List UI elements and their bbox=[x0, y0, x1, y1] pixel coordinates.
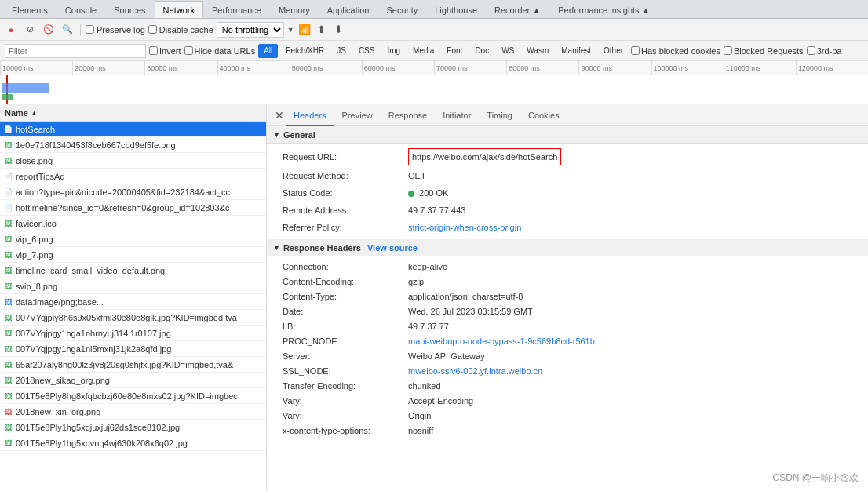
filter-all-btn[interactable]: All bbox=[258, 44, 278, 58]
resp-val-10: Origin bbox=[408, 409, 431, 423]
tab-application[interactable]: Application bbox=[319, 1, 378, 18]
resp-val-4: 49.7.37.77 bbox=[408, 320, 449, 333]
filter-js-btn[interactable]: JS bbox=[332, 44, 351, 58]
detail-tab-preview[interactable]: Preview bbox=[334, 104, 381, 126]
invert-label[interactable]: Invert bbox=[149, 46, 181, 56]
detail-tab-cookies[interactable]: Cookies bbox=[520, 104, 567, 126]
tab-elements[interactable]: Elements bbox=[3, 1, 57, 18]
blocked-requests-checkbox[interactable] bbox=[724, 46, 732, 55]
detail-tab-initiator[interactable]: Initiator bbox=[435, 104, 479, 126]
has-blocked-checkbox[interactable] bbox=[631, 46, 640, 55]
resp-key-8: Transfer-Encoding: bbox=[283, 380, 408, 393]
remote-address-row: Remote Address: 49.7.37.77:443 bbox=[267, 202, 868, 219]
disable-cache-label[interactable]: Disable cache bbox=[148, 25, 213, 35]
file-item-5[interactable]: 📄hottimeline?since_id=0&refresh=0&group_… bbox=[0, 200, 266, 216]
detail-tab-response[interactable]: Response bbox=[381, 104, 436, 126]
hide-data-urls-checkbox[interactable] bbox=[184, 46, 193, 55]
tab-console[interactable]: Console bbox=[57, 1, 105, 18]
tab-memory[interactable]: Memory bbox=[270, 1, 319, 18]
preserve-log-checkbox[interactable] bbox=[86, 25, 94, 34]
tab-performance[interactable]: Performance bbox=[203, 1, 270, 18]
file-item-8[interactable]: 🖼vip_7.png bbox=[0, 247, 266, 263]
third-party-checkbox[interactable] bbox=[807, 46, 815, 55]
response-headers-body: Connection: keep-aliveContent-Encoding: … bbox=[267, 256, 868, 442]
clear-button[interactable]: 🚫 bbox=[41, 22, 57, 38]
filter-media-btn[interactable]: Media bbox=[408, 44, 439, 58]
resp-row-8: Transfer-Encoding: chunked bbox=[267, 379, 868, 394]
tick-2: 30000 ms bbox=[144, 61, 217, 75]
file-item-17[interactable]: 🖼001T5e8Ply8hg8xfqbcbzj60e80e8mxs02.jpg?… bbox=[0, 388, 266, 404]
timeline-bar-2 bbox=[2, 94, 13, 100]
filter-fetch-xhr-btn[interactable]: Fetch/XHR bbox=[281, 44, 329, 58]
response-headers-section-header[interactable]: ▼ Response Headers View source bbox=[267, 239, 868, 256]
filter-img-btn[interactable]: Img bbox=[382, 44, 405, 58]
file-icon-8: 🖼 bbox=[3, 250, 13, 260]
filter-doc-btn[interactable]: Doc bbox=[470, 44, 494, 58]
blocked-requests-label[interactable]: Blocked Requests bbox=[724, 46, 804, 56]
invert-checkbox[interactable] bbox=[149, 46, 158, 55]
file-item-11[interactable]: 🖼data:image/png;base... bbox=[0, 294, 266, 310]
tab-security[interactable]: Security bbox=[377, 1, 426, 18]
file-item-18[interactable]: 🖼2018new_xin_org.png bbox=[0, 404, 266, 420]
file-icon-0: 📄 bbox=[3, 125, 13, 134]
upload-icon[interactable]: ⬆ bbox=[315, 23, 329, 37]
file-item-9[interactable]: 🖼timeline_card_small_video_default.png bbox=[0, 263, 266, 278]
file-item-20[interactable]: 🖼001T5e8Ply1hg5xqvnq4wj630k208x6q02.jpg bbox=[0, 435, 266, 451]
general-section-header[interactable]: ▼ General bbox=[267, 126, 868, 144]
filter-css-btn[interactable]: CSS bbox=[354, 44, 380, 58]
file-item-1[interactable]: 🖼1e0e718f1340453f8ceb667cbd9ef5fe.png bbox=[0, 137, 266, 153]
file-item-10[interactable]: 🖼svip_8.png bbox=[0, 278, 266, 294]
view-source-link[interactable]: View source bbox=[367, 243, 418, 253]
file-item-0[interactable]: 📄hotSearch bbox=[0, 122, 266, 137]
status-code-key: Status Code: bbox=[283, 186, 408, 200]
file-item-12[interactable]: 🖼007VYqjply8h6s9x05xfmj30e80e8glk.jpg?KI… bbox=[0, 310, 266, 326]
throttle-arrow: ▼ bbox=[287, 26, 294, 34]
tab-recorder[interactable]: Recorder ▲ bbox=[486, 1, 549, 18]
resp-key-6: Server: bbox=[283, 350, 408, 363]
resp-row-10: Vary: Origin bbox=[267, 409, 868, 424]
search-button[interactable]: 🔍 bbox=[60, 22, 75, 38]
timeline-bar-1 bbox=[2, 83, 49, 93]
download-icon[interactable]: ⬇ bbox=[332, 23, 346, 37]
hide-data-urls-label[interactable]: Hide data URLs bbox=[184, 46, 256, 56]
tab-perf-insights[interactable]: Performance insights ▲ bbox=[549, 1, 658, 18]
file-item-4[interactable]: 📄action?type=pic&uicode=20000405&fid=232… bbox=[0, 184, 266, 200]
file-item-19[interactable]: 🖼001T5e8Ply1hg5xqjuxjuj62ds1sce8102.jpg bbox=[0, 420, 266, 435]
file-icon-9: 🖼 bbox=[3, 266, 13, 275]
file-item-16[interactable]: 🖼2018new_sikao_org.png bbox=[0, 373, 266, 388]
disable-cache-text: Disable cache bbox=[159, 25, 213, 35]
filter-manifest-btn[interactable]: Manifest bbox=[556, 44, 596, 58]
file-item-15[interactable]: 🖼65af207aly8hg00lz3jv8j20sg0shjfx.jpg?KI… bbox=[0, 357, 266, 373]
tab-lighthouse[interactable]: Lighthouse bbox=[426, 1, 486, 18]
file-name-18: 2018new_xin_org.png bbox=[16, 407, 100, 416]
file-item-3[interactable]: 📄reportTipsAd bbox=[0, 169, 266, 184]
resp-val-9: Accept-Encoding bbox=[408, 395, 473, 408]
filter-input[interactable] bbox=[5, 44, 146, 58]
tab-sources[interactable]: Sources bbox=[105, 1, 154, 18]
stop-button[interactable]: ⊘ bbox=[22, 22, 38, 38]
record-button[interactable]: ● bbox=[3, 22, 19, 38]
close-panel-button[interactable]: ✕ bbox=[273, 109, 286, 122]
file-item-2[interactable]: 🖼close.png bbox=[0, 153, 266, 169]
network-icon[interactable]: 📶 bbox=[297, 23, 312, 37]
detail-tab-timing[interactable]: Timing bbox=[479, 104, 520, 126]
disable-cache-checkbox[interactable] bbox=[148, 25, 157, 34]
has-blocked-label[interactable]: Has blocked cookies bbox=[631, 46, 720, 56]
filter-ws-btn[interactable]: WS bbox=[497, 44, 519, 58]
throttle-select[interactable]: No throttling bbox=[217, 22, 284, 38]
detail-tab-headers[interactable]: Headers bbox=[286, 104, 334, 126]
file-name-12: 007VYqjply8h6s9x05xfmj30e80e8glk.jpg?KID… bbox=[16, 313, 237, 322]
file-item-14[interactable]: 🖼007VYqjpgy1hga1ni5mxnj31jk2a8qfd.jpg bbox=[0, 341, 266, 357]
resp-val-5: mapi-weibopro-node-bypass-1-9c569b8cd-r5… bbox=[408, 335, 595, 348]
file-icon-13: 🖼 bbox=[3, 329, 13, 338]
filter-wasm-btn[interactable]: Wasm bbox=[522, 44, 553, 58]
file-item-7[interactable]: 🖼vip_6.png bbox=[0, 231, 266, 247]
third-party-label[interactable]: 3rd-pa bbox=[807, 46, 842, 56]
file-item-13[interactable]: 🖼007VYqjpgy1hga1nhrnyuj314i1r0107.jpg bbox=[0, 326, 266, 341]
file-item-6[interactable]: 🖼favicon.ico bbox=[0, 216, 266, 231]
filter-other-btn[interactable]: Other bbox=[599, 44, 628, 58]
tab-network[interactable]: Network bbox=[155, 1, 203, 18]
resp-row-11: x-content-type-options: nosniff bbox=[267, 424, 868, 438]
filter-font-btn[interactable]: Font bbox=[442, 44, 467, 58]
preserve-log-label[interactable]: Preserve log bbox=[86, 25, 145, 35]
